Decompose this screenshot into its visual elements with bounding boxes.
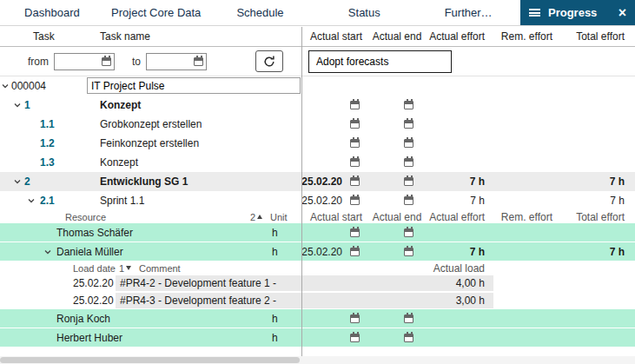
calendar-icon[interactable] [102,57,111,66]
adopt-forecasts-button[interactable]: Adopt forecasts [308,50,452,73]
task-row-1-1: 1.1 Grobkonzept erstellen [0,115,635,134]
sort-priority: 1 [119,263,124,274]
collapse-chevron-icon[interactable] [1,82,10,90]
col-header-actual-end[interactable]: Actual end [370,211,424,223]
task-row-2-1: 2.1 Sprint 1.1 25.02.20 7 h 7 h [0,191,635,210]
resource-row-expanded: Daniela Müller h 25.02.20 7 h 7 h [0,242,635,261]
col-header-comment[interactable]: Comment [139,263,181,274]
project-row: 000004 [0,76,635,96]
col-header-actual-start[interactable]: Actual start [302,30,370,43]
actual-effort-value: 7 h [424,195,493,207]
calendar-icon[interactable] [350,196,360,205]
col-header-actual-load[interactable]: Actual load [424,262,493,275]
calendar-icon[interactable] [350,334,360,342]
actual-start-cell: 25.02.20 [302,242,370,261]
col-header-actual-effort[interactable]: Actual effort [424,211,493,223]
load-value: 3,00 h [424,295,493,307]
collapse-chevron-icon[interactable] [13,177,22,186]
col-header-actual-effort[interactable]: Actual effort [424,30,493,43]
calendar-icon[interactable] [404,334,413,342]
task-id-link[interactable]: 1.1 [40,118,55,130]
calendar-icon[interactable] [404,248,413,256]
actual-start-value: 25.02.20 [301,246,342,258]
task-id-link[interactable]: 1.2 [40,137,55,149]
project-name-input[interactable] [87,77,301,94]
task-id-link[interactable]: 2 [24,175,30,188]
calendar-icon[interactable] [404,314,413,323]
close-icon[interactable]: × [618,6,626,20]
col-header-rem-effort[interactable]: Rem. effort [493,211,561,223]
task-name: Sprint 1.1 [100,195,144,207]
actual-effort-value: 7 h [424,175,493,188]
calendar-icon[interactable] [350,158,360,167]
tab-further[interactable]: Further… [416,0,520,25]
calendar-icon[interactable] [350,177,360,186]
tab-dashboard[interactable]: Dashboard [0,0,104,25]
refresh-button[interactable] [255,50,283,72]
total-effort-value: 7 h [561,195,635,207]
tab-progress-active[interactable]: Progress × [520,0,635,25]
collapse-chevron-icon[interactable] [43,248,52,256]
resource-row: Ronja Koch h [0,309,635,328]
tab-schedule[interactable]: Schedule [208,0,313,25]
load-date: 25.02.20 [73,277,114,289]
col-header-total-effort[interactable]: Total effort [561,211,635,223]
col-header-rem-effort[interactable]: Rem. effort [493,30,561,43]
calendar-icon[interactable] [404,196,413,205]
task-id-link[interactable]: 2.1 [40,195,55,207]
task-row-1: 1 Konzept [0,96,635,115]
sort-indicator[interactable]: 2 [250,212,262,222]
calendar-icon[interactable] [350,101,360,109]
task-id-link[interactable]: 1.3 [40,156,55,169]
load-header-row: Load date 1 Comment Actual load [0,261,635,275]
progress-view: Dashboard Project Core Data Schedule Sta… [0,0,635,364]
actual-end-cell [370,115,424,134]
task-name: Konzept [100,156,138,169]
col-header-resource[interactable]: Resource [65,212,106,222]
calendar-icon[interactable] [404,101,413,109]
col-header-actual-end[interactable]: Actual end [370,30,424,43]
refresh-icon [262,55,276,69]
scrollbar-thumb[interactable] [0,357,300,363]
calendar-icon[interactable] [350,248,360,256]
col-header-unit[interactable]: Unit [270,212,288,222]
calendar-icon[interactable] [404,139,413,148]
calendar-icon[interactable] [350,228,360,237]
calendar-icon[interactable] [404,177,413,186]
project-id: 000004 [11,80,46,92]
load-value: 4,00 h [424,277,493,289]
load-row: 25.02.20 #PR4-3 - Development feature 2 … [0,292,635,309]
actual-start-cell: 25.02.20 [302,191,370,210]
calendar-icon[interactable] [404,158,413,167]
tab-status[interactable]: Status [312,0,416,25]
task-table: 000004 1 Konzept 1.1 Grobkonzept erstell… [0,76,635,347]
col-header-load-date[interactable]: Load date [73,263,116,274]
sort-indicator[interactable]: 1 [119,263,131,274]
actual-start-cell [302,115,370,134]
task-row-2: 2 Entwicklung SG 1 25.02.20 7 h 7 h [0,172,635,191]
actual-end-cell [370,153,424,172]
horizontal-scrollbar [0,356,635,364]
actual-start-cell [302,223,370,242]
task-row-1-3: 1.3 Konzept [0,153,635,172]
actual-end-cell [370,172,424,191]
col-header-total-effort[interactable]: Total effort [561,30,635,43]
menu-icon[interactable] [529,9,540,17]
col-header-task-name[interactable]: Task name [100,30,150,43]
load-comment: #PR4-2 - Development feature 1 - [120,277,276,289]
to-label: to [132,56,141,68]
calendar-icon[interactable] [404,120,413,129]
calendar-icon[interactable] [194,57,203,66]
resource-unit: h [272,332,278,344]
calendar-icon[interactable] [350,314,360,323]
calendar-icon[interactable] [350,120,360,129]
calendar-icon[interactable] [350,139,360,148]
collapse-chevron-icon[interactable] [27,196,36,205]
calendar-icon[interactable] [404,228,413,237]
task-id-link[interactable]: 1 [24,99,30,111]
col-header-task[interactable]: Task [33,30,55,43]
tab-project-core-data[interactable]: Project Core Data [104,0,208,25]
collapse-chevron-icon[interactable] [13,101,22,109]
col-header-actual-start[interactable]: Actual start [302,211,370,223]
task-name: Konzept [100,99,141,111]
